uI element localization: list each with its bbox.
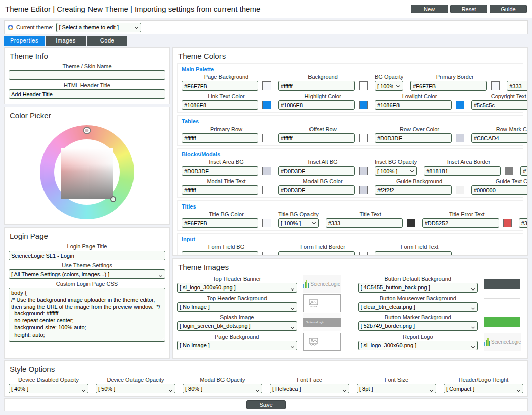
tab-images[interactable]: Images — [46, 36, 86, 46]
button-marker-background-select[interactable]: [ 52b749_border.png ] — [358, 321, 478, 331]
modal-title-text-input[interactable] — [182, 185, 258, 195]
field-label: Row-Mark Color — [471, 126, 528, 132]
section-heading: Tables — [182, 118, 519, 124]
device-disabled-opacity-select[interactable]: [ 40% ] — [9, 384, 88, 393]
new-button[interactable]: New — [411, 5, 448, 13]
guide-text-color-input[interactable] — [471, 185, 528, 195]
highlight-color-input[interactable] — [278, 100, 355, 110]
field-label: Text Color — [507, 74, 528, 80]
tab-properties[interactable]: Properties — [4, 36, 45, 46]
field-label: Top Header Banner — [177, 276, 297, 282]
field-label: Device Disabled Opacity — [9, 377, 88, 383]
use-theme-settings-select[interactable]: [ All Theme Settings (colors, images...)… — [9, 269, 165, 279]
field-inset-area-border: Inset Area Border — [424, 159, 513, 176]
page-background-select[interactable]: [ No Image ] — [177, 341, 297, 350]
field-label: Inset Alt BG — [278, 159, 368, 165]
login-page-title-input[interactable] — [9, 251, 165, 260]
field-label: Guide Text Color — [471, 178, 528, 184]
inset-bg-opacity-select[interactable]: [ 100% ] — [375, 166, 417, 176]
inset-alt-bg-swatch — [359, 167, 368, 175]
bg-opacity-select[interactable]: [ 100% ] — [375, 81, 403, 91]
use-theme-settings-label: Use Theme Settings — [9, 262, 165, 268]
lowlight-color-swatch — [456, 101, 464, 109]
button-mouseover-background-select[interactable]: [ clear_btn_clear.png ] — [358, 302, 478, 312]
custom-login-css-textarea[interactable]: body { /* Use the background image uploa… — [9, 288, 165, 342]
inset-area-bg-input[interactable] — [182, 166, 258, 176]
top-header-background-select[interactable]: [ No Image ] — [177, 302, 297, 312]
hue-handle[interactable] — [83, 127, 91, 134]
theme-skin-name-input[interactable] — [9, 70, 165, 80]
modal-bg-color-input[interactable] — [278, 185, 355, 195]
saturation-square[interactable] — [61, 148, 113, 199]
field-form-field-border: Form Field Border — [278, 244, 368, 256]
theme-info-title: Theme Info — [10, 52, 165, 60]
header-logo-height-select[interactable]: [ Compact ] — [444, 384, 523, 393]
inset-area-border-input[interactable] — [424, 166, 501, 176]
button-background-thumbnail — [484, 279, 520, 289]
field-label: Title BG Opacity — [278, 211, 319, 217]
guide-button[interactable]: Guide — [490, 5, 527, 13]
button-background-thumbnail — [484, 298, 520, 308]
field-label: Inset BG Opacity — [375, 159, 417, 165]
field-guide-text-color: Guide Text Color — [471, 178, 528, 195]
field-modal-bg-color: Modal BG Color — [278, 178, 368, 195]
title-info-text-input[interactable] — [519, 218, 528, 228]
row-mark-color-input[interactable] — [471, 133, 528, 143]
section-heading: Titles — [182, 203, 519, 210]
button-default-background-select[interactable]: [ 4C5455_button_back.png ] — [358, 283, 478, 293]
html-header-title-input[interactable] — [9, 89, 165, 99]
color-section-titles: TitlesTitle BG ColorTitle BG Opacity[ 10… — [177, 200, 523, 231]
login-page-panel: Login Page Login Page Title Use Theme Se… — [4, 227, 170, 359]
link-text-color-input[interactable] — [182, 100, 258, 110]
background-input[interactable] — [278, 81, 355, 91]
title-error-text-swatch — [503, 219, 512, 227]
sciencelogic-logo-thumbnail: ScienceLogic — [484, 333, 521, 351]
saturation-handle[interactable] — [110, 196, 116, 202]
field-label: Title Info Text — [519, 211, 528, 217]
title-error-text-input[interactable] — [422, 218, 499, 228]
save-bar: Save — [4, 398, 528, 411]
form-field-bg-input[interactable] — [182, 251, 258, 256]
primary-border-input[interactable] — [410, 81, 487, 91]
font-size-select[interactable]: [ 8pt ] — [357, 384, 436, 393]
field-device-outage-opacity: Device Outage Opacity[ 50% ] — [96, 377, 175, 393]
report-logo-select[interactable]: [ sl_logo_300x60.png ] — [358, 341, 478, 350]
field-title-info-text: Title Info Text — [519, 211, 528, 228]
splash-image-select[interactable]: [ login_screen_bk_dots.png ] — [177, 321, 297, 331]
offset-row-input[interactable] — [278, 133, 355, 143]
primary-row-input[interactable] — [182, 133, 258, 143]
page-background-input[interactable] — [182, 81, 258, 91]
modal-bg-opacity-select[interactable]: [ 80% ] — [183, 384, 262, 393]
inset-alt-bg-input[interactable] — [278, 166, 355, 176]
tab-code[interactable]: Code — [87, 36, 127, 46]
reset-button[interactable]: Reset — [450, 5, 487, 13]
field-label: Primary Border — [410, 74, 500, 80]
section-heading: Main Palette — [182, 66, 519, 72]
modal-titlebar-bg-input[interactable] — [520, 166, 528, 176]
field-label: Inset Area Border — [424, 159, 513, 165]
guide-background-input[interactable] — [375, 185, 452, 195]
theme-images-left-column: Top Header Banner[ sl_logo_300x60.png ]S… — [177, 274, 343, 351]
title-bg-color-input[interactable] — [182, 218, 258, 228]
field-label: Top Header Background — [177, 295, 297, 301]
theme-colors-panel: Theme Colors Main PalettePage Background… — [172, 47, 528, 256]
title-text-input[interactable] — [326, 218, 403, 228]
image-row-report-logo: Report Logo[ sl_logo_300x60.png ]Science… — [358, 332, 524, 351]
form-field-border-input[interactable] — [278, 251, 355, 256]
font-face-select[interactable]: [ Helvetica ] — [270, 384, 349, 393]
field-modal-title-text: Modal Title Text — [182, 178, 271, 195]
field-label: Offset Row — [278, 126, 368, 132]
top-header-banner-select[interactable]: [ sl_logo_300x60.png ] — [177, 283, 297, 293]
lowlight-color-input[interactable] — [375, 100, 452, 110]
form-field-text-input[interactable] — [375, 251, 452, 256]
save-button[interactable]: Save — [246, 400, 286, 409]
field-label: Page Background — [177, 334, 297, 340]
copyright-text-color-input[interactable] — [471, 100, 528, 110]
field-inset-area-bg: Inset Area BG — [182, 159, 271, 176]
device-outage-opacity-select[interactable]: [ 50% ] — [96, 384, 175, 393]
title-bg-opacity-select[interactable]: [ 100% ] — [278, 218, 319, 228]
text-color-input[interactable] — [507, 81, 528, 91]
field-inset-alt-bg: Inset Alt BG — [278, 159, 368, 176]
current-theme-select[interactable]: [ Select a theme to edit ] — [56, 23, 141, 32]
row-over-color-input[interactable] — [375, 133, 452, 143]
